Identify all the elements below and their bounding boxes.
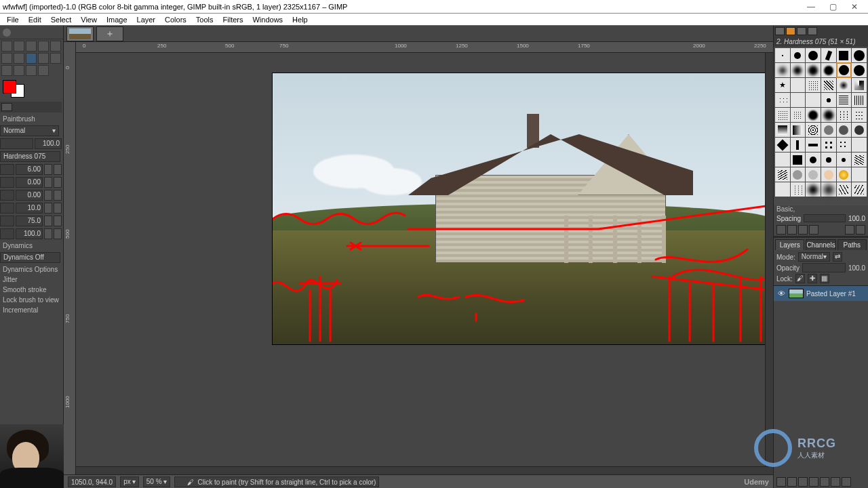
tool-crop[interactable]: [38, 41, 49, 52]
brush-item[interactable]: [791, 48, 806, 62]
menu-colors[interactable]: Colors: [161, 15, 191, 24]
brush-item[interactable]: [791, 108, 806, 122]
brush-item[interactable]: [775, 93, 790, 107]
paths-tab[interactable]: Paths: [837, 239, 867, 250]
gradients-tab[interactable]: [797, 27, 806, 35]
dynamics-picker[interactable]: Dynamics Off: [0, 252, 60, 263]
aspect-link-icon[interactable]: [54, 177, 62, 188]
brush-item[interactable]: ★: [775, 78, 790, 92]
tool-smudge[interactable]: [1, 65, 12, 76]
tool-rect-select[interactable]: [14, 41, 24, 52]
force-value[interactable]: 100.0: [16, 228, 43, 239]
hardness-reset-icon[interactable]: [44, 216, 52, 226]
spacing-value[interactable]: 10.0: [16, 203, 43, 214]
aspect-value[interactable]: 0.00: [16, 177, 43, 188]
menu-image[interactable]: Image: [102, 15, 132, 24]
maximize-button[interactable]: ▢: [822, 1, 844, 13]
brush-item[interactable]: [791, 123, 806, 137]
angle-reset-icon[interactable]: [44, 190, 52, 201]
incremental-checkbox[interactable]: Incremental: [0, 305, 62, 315]
brush-item[interactable]: [775, 152, 790, 167]
brush-item[interactable]: [806, 108, 821, 122]
brush-item[interactable]: [852, 93, 867, 107]
horizontal-scrollbar[interactable]: [76, 466, 773, 474]
menu-layer[interactable]: Layer: [133, 15, 160, 24]
brush-item[interactable]: [791, 152, 806, 167]
brush-item[interactable]: [821, 63, 836, 77]
brushes-tab[interactable]: [775, 27, 785, 35]
menu-file[interactable]: File: [3, 15, 23, 24]
brush-item[interactable]: [806, 152, 821, 167]
color-swatches[interactable]: [3, 80, 24, 98]
brush-item[interactable]: [821, 167, 836, 182]
brush-item[interactable]: [806, 93, 821, 107]
brush-item[interactable]: [852, 167, 867, 182]
brush-item[interactable]: [775, 182, 790, 197]
brush-item[interactable]: [775, 48, 790, 62]
layer-new-icon[interactable]: [776, 477, 786, 487]
aspect-slider[interactable]: [0, 177, 14, 188]
new-image-tab[interactable]: ＋: [96, 26, 123, 41]
brush-item[interactable]: [806, 48, 821, 62]
size-link-icon[interactable]: [54, 164, 62, 175]
brush-item[interactable]: [837, 108, 852, 122]
size-slider[interactable]: [0, 164, 14, 175]
menu-filters[interactable]: Filters: [219, 15, 248, 24]
brush-item[interactable]: [852, 48, 867, 62]
layers-tab[interactable]: Layers: [775, 239, 804, 250]
angle-link-icon[interactable]: [54, 190, 62, 201]
brush-item[interactable]: [852, 123, 867, 137]
hardness-link-icon[interactable]: [54, 216, 62, 226]
tool-options-tab-icon[interactable]: [1, 103, 12, 111]
brush-picker[interactable]: Hardness 075: [0, 151, 60, 162]
brush-item[interactable]: [821, 152, 836, 167]
tool-eraser[interactable]: [38, 53, 49, 64]
image-tab-1[interactable]: [66, 26, 94, 41]
brush-item[interactable]: [775, 123, 790, 137]
layer-visibility-icon[interactable]: 👁: [776, 289, 786, 298]
aspect-reset-icon[interactable]: [44, 177, 52, 188]
layer-row[interactable]: 👁 Pasted Layer #1: [774, 286, 868, 301]
angle-value[interactable]: 0.00: [16, 190, 43, 201]
brush-item[interactable]: [821, 182, 836, 197]
lock-alpha-icon[interactable]: ▦: [820, 274, 829, 283]
spacing-reset-icon[interactable]: [44, 203, 52, 214]
brush-item-selected[interactable]: [837, 63, 852, 77]
brush-open-icon[interactable]: [856, 225, 865, 235]
angle-slider[interactable]: [0, 190, 14, 201]
lock-pixels-icon[interactable]: 🖌: [795, 274, 805, 283]
dynamics-options-expander[interactable]: Dynamics Options: [0, 264, 62, 274]
brush-spacing-slider[interactable]: [804, 214, 846, 222]
brush-item[interactable]: [821, 123, 836, 137]
brush-item[interactable]: [775, 63, 790, 77]
menu-select[interactable]: Select: [47, 15, 76, 24]
spacing-slider[interactable]: [0, 203, 14, 214]
brush-item[interactable]: [821, 93, 836, 107]
tool-gradient[interactable]: [14, 53, 24, 64]
brush-new-icon[interactable]: [787, 225, 797, 235]
hardness-slider[interactable]: [0, 216, 14, 226]
brush-item[interactable]: [775, 138, 790, 152]
minimize-button[interactable]: —: [800, 1, 822, 13]
brush-item[interactable]: [806, 167, 821, 182]
layer-group-icon[interactable]: [787, 477, 797, 487]
brush-item[interactable]: [837, 138, 852, 152]
brush-duplicate-icon[interactable]: [798, 225, 808, 235]
vertical-ruler[interactable]: 0 250 500 750 1000: [64, 42, 76, 474]
brush-item[interactable]: [806, 63, 821, 77]
spacing-link-icon[interactable]: [54, 203, 62, 214]
brush-item[interactable]: [806, 78, 821, 92]
tool-free-select[interactable]: [26, 41, 37, 52]
lock-position-icon[interactable]: ✚: [808, 274, 817, 283]
menu-tools[interactable]: Tools: [192, 15, 218, 24]
force-reset-icon[interactable]: [44, 228, 52, 239]
horizontal-ruler[interactable]: 0 250 500 750 1000 1250 1500 1750 2000 2…: [76, 42, 773, 53]
brush-item[interactable]: [837, 93, 852, 107]
lock-brush-checkbox[interactable]: Lock brush to view: [0, 295, 62, 305]
brush-item[interactable]: [791, 78, 806, 92]
menu-view[interactable]: View: [77, 15, 101, 24]
brush-item[interactable]: [791, 182, 806, 197]
patterns-tab[interactable]: [786, 27, 795, 35]
brush-item[interactable]: [852, 182, 867, 197]
layer-duplicate-icon[interactable]: [820, 477, 829, 487]
